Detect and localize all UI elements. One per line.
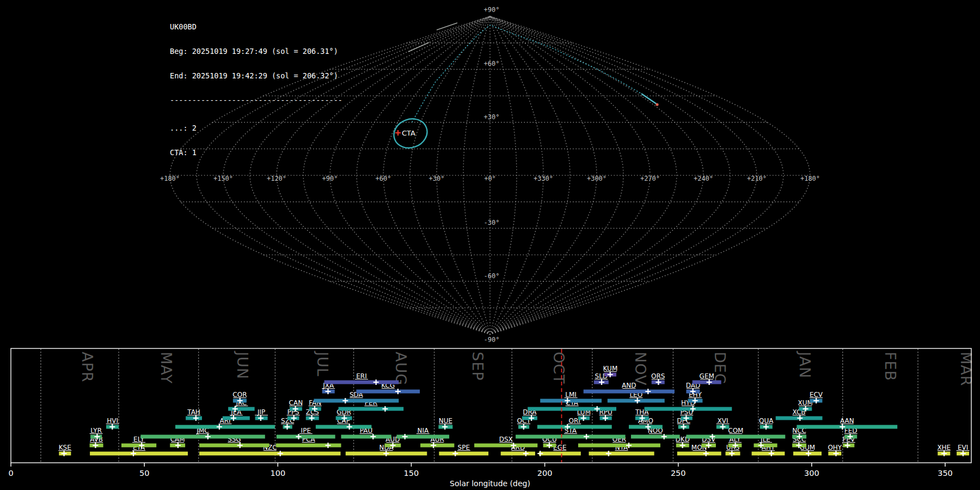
- axis-tick-label: 150: [404, 469, 419, 477]
- shower-label: XHE: [937, 444, 951, 451]
- month-label: SEP: [469, 352, 486, 381]
- month-label: JUL: [314, 351, 331, 377]
- shower-bar: [474, 444, 537, 448]
- shower-label: KSE: [59, 444, 71, 451]
- sky-map-labels: +180°+150°+120°+90°+60°+30°+0°+330°+300°…: [160, 6, 820, 344]
- shower-label: AND: [622, 382, 636, 389]
- axis-tick-label: 350: [938, 469, 953, 477]
- month-label: MAR: [958, 352, 975, 387]
- shower-bar: [439, 452, 488, 456]
- lat-label: +60°: [484, 60, 500, 68]
- shower-label: OHY: [828, 444, 842, 451]
- lon-label: +330°: [534, 175, 553, 182]
- shower-label: SPE: [458, 444, 470, 451]
- shower-bar: [324, 381, 399, 384]
- shower-bar: [199, 444, 270, 448]
- axis-tick-label: 50: [139, 469, 149, 477]
- month-label: JUN: [234, 351, 251, 379]
- shower-label: TAH: [187, 408, 200, 416]
- shower-label: NIA: [417, 427, 429, 434]
- lat-label: -60°: [484, 272, 500, 280]
- shower-bar: [420, 444, 454, 448]
- month-label: JAN: [797, 351, 813, 378]
- lat-label: +30°: [484, 113, 500, 121]
- shower-label: ORS: [651, 372, 665, 380]
- month-label: NOV: [632, 352, 649, 385]
- meteor-observation-screen: { "header": { "station_id": "UK00BD", "b…: [0, 0, 980, 490]
- shower-bar: [199, 452, 340, 456]
- sporadic-meteor-path: [437, 23, 457, 30]
- cta-meteor-path: [641, 94, 657, 104]
- shower-timeline: APRMAYJUNJULAUGSEPOCTNOVDECJANFEBMARKSEE…: [8, 348, 974, 477]
- shower-bar: [752, 452, 785, 456]
- lon-label: +180°: [800, 175, 820, 182]
- shower-label: QUA: [759, 417, 774, 425]
- shower-bar: [754, 444, 777, 448]
- shower-bar: [539, 452, 581, 456]
- shower-bar: [276, 444, 341, 448]
- shower-label: GEM: [700, 372, 714, 380]
- shower-label: LMI: [565, 391, 577, 399]
- x-axis-label: Solar longitude (deg): [0, 479, 980, 488]
- shower-bar: [140, 435, 265, 439]
- lon-label: +120°: [267, 175, 286, 182]
- shower-bar: [175, 425, 275, 429]
- lat-label: -30°: [484, 219, 500, 226]
- shower-bar: [341, 435, 391, 439]
- shower-bar: [516, 435, 626, 439]
- meteor-end-dot: [656, 103, 658, 106]
- shower-label: ECV: [810, 391, 823, 399]
- shower-label: CAN: [289, 399, 303, 407]
- month-label: MAY: [158, 352, 175, 384]
- shower-label: HVI: [107, 417, 118, 425]
- lon-label: +180°: [160, 175, 180, 182]
- axis-tick-label: 250: [671, 469, 686, 477]
- shower-label: EVI: [958, 444, 968, 451]
- radiant-label: CTA: [402, 129, 415, 137]
- shower-label: ERI: [356, 372, 366, 380]
- month-label: FEB: [882, 352, 899, 381]
- shower-label: KUM: [603, 365, 618, 372]
- shower-bar: [228, 407, 255, 411]
- shower-bar: [589, 452, 654, 456]
- axis-tick-label: 200: [537, 469, 553, 477]
- lon-label: +60°: [376, 175, 391, 182]
- shower-bar: [501, 452, 535, 456]
- shower-label: COM: [728, 427, 743, 434]
- cta-meteor-backtrack-dotted: [412, 25, 641, 122]
- month-label: OCT: [550, 352, 567, 384]
- month-label: APR: [79, 352, 96, 383]
- shower-label: AAN: [840, 417, 854, 425]
- shower-bar: [631, 435, 680, 439]
- lat-label: +90°: [484, 6, 500, 14]
- shower-bar: [528, 407, 616, 411]
- shower-bar: [121, 444, 156, 448]
- shower-label: JIP: [257, 408, 265, 416]
- shower-label: IPE: [301, 427, 311, 434]
- shower-bar: [356, 390, 420, 394]
- shower-bar: [314, 399, 399, 403]
- radiant-plus-marker: [395, 130, 401, 136]
- shower-bar: [584, 390, 675, 394]
- shower-bar: [316, 425, 372, 429]
- shower-bar: [540, 399, 602, 403]
- lat-label: -90°: [484, 336, 500, 344]
- lon-label: +300°: [587, 175, 607, 182]
- shower-label: LYR: [90, 427, 102, 434]
- shower-label: XVI: [718, 417, 728, 425]
- axis-tick-label: 0: [8, 469, 13, 477]
- axis-tick-label: 300: [804, 469, 819, 477]
- shower-bar: [645, 407, 732, 411]
- lon-label: +90°: [322, 175, 338, 182]
- lon-label: +0°: [484, 175, 496, 182]
- lon-label: +30°: [429, 175, 445, 182]
- shower-bar: [677, 452, 721, 456]
- shower-bar: [537, 425, 612, 429]
- axis-tick-label: 100: [270, 469, 285, 477]
- shower-bar: [90, 452, 188, 456]
- shower-bar: [339, 407, 404, 411]
- shower-label: NUE: [439, 417, 452, 425]
- shower-label: COR: [232, 391, 247, 399]
- lon-label: +240°: [694, 175, 713, 182]
- lon-label: +150°: [213, 175, 233, 182]
